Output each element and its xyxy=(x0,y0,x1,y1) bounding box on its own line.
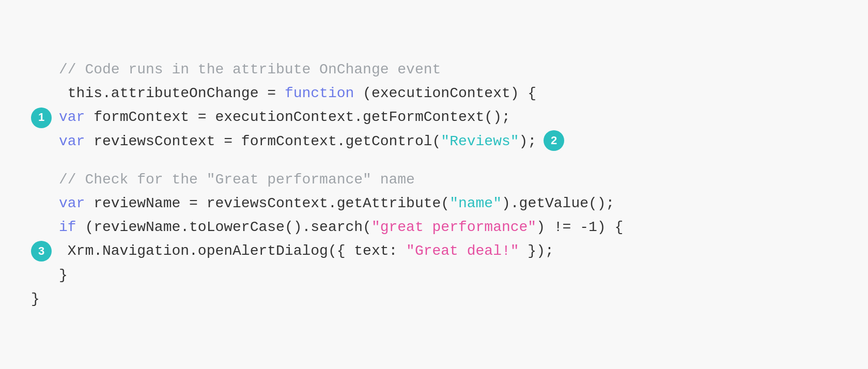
line2: 1 var formContext = executionContext.get… xyxy=(31,105,837,129)
line3-middle: reviewsContext = formContext.getControl( xyxy=(85,130,441,153)
line5-middle: (reviewName.toLowerCase().search( xyxy=(76,216,371,239)
line2-var: var xyxy=(59,105,85,129)
spacer1 xyxy=(31,153,837,168)
badge-1: 1 xyxy=(31,107,52,128)
line2-rest: formContext = executionContext.getFormCo… xyxy=(85,105,510,129)
line5-if: if xyxy=(59,216,76,239)
line3-var: var xyxy=(59,130,85,153)
badge-3: 3 xyxy=(31,241,52,262)
line1-this: this.attributeOnChange = xyxy=(68,82,285,105)
line6: 3 Xrm.Navigation.openAlertDialog({ text:… xyxy=(31,239,837,263)
line5-string: "great performance" xyxy=(371,216,536,239)
line3: var reviewsContext = formContext.getCont… xyxy=(31,130,837,153)
line6-string: "Great deal!" xyxy=(406,239,519,263)
line8-brace: } xyxy=(31,287,40,311)
line1-suffix: (executionContext) { xyxy=(354,82,536,105)
line-comment2: // Check for the "Great performance" nam… xyxy=(31,168,837,192)
line6-suffix: }); xyxy=(519,239,554,263)
comment2-text: // Check for the "Great performance" nam… xyxy=(59,168,415,192)
line4: var reviewName = reviewsContext.getAttri… xyxy=(31,192,837,216)
comment1-text: // Code runs in the attribute OnChange e… xyxy=(59,58,441,82)
line5: if (reviewName.toLowerCase().search( "gr… xyxy=(31,216,837,239)
line4-suffix: ).getValue(); xyxy=(502,192,614,216)
line3-suffix: ); xyxy=(519,130,537,153)
line5-suffix: ) != -1) { xyxy=(536,216,623,239)
line1-prefix-space xyxy=(59,82,68,105)
line-comment1: // Code runs in the attribute OnChange e… xyxy=(31,58,837,82)
line7-brace: } xyxy=(59,264,68,287)
line6-middle: Xrm.Navigation.openAlertDialog({ text: xyxy=(59,239,406,263)
line4-middle: reviewName = reviewsContext.getAttribute… xyxy=(85,192,450,216)
line4-string: "name" xyxy=(450,192,502,216)
line3-string: "Reviews" xyxy=(441,130,519,153)
line8: } xyxy=(31,287,837,311)
code-container: // Code runs in the attribute OnChange e… xyxy=(0,0,868,369)
line1-function-keyword: function xyxy=(285,82,354,105)
line1: this.attributeOnChange = function (execu… xyxy=(31,82,837,105)
line7: } xyxy=(31,264,837,287)
line4-var: var xyxy=(59,192,85,216)
code-block: // Code runs in the attribute OnChange e… xyxy=(31,58,837,311)
badge-2: 2 xyxy=(544,130,564,151)
